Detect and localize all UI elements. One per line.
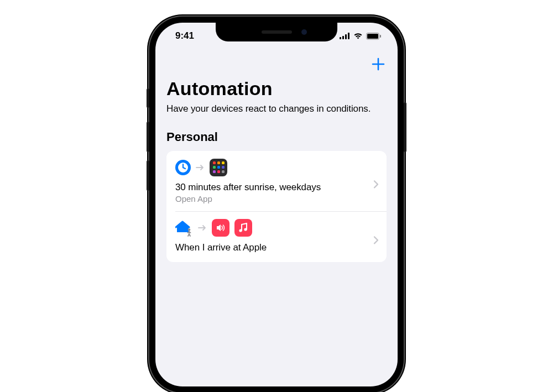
side-button-silent: [147, 88, 149, 108]
add-button[interactable]: [371, 57, 385, 74]
side-button-vol-up: [147, 122, 149, 152]
speaker-icon: [212, 219, 229, 237]
svg-point-10: [239, 229, 242, 232]
front-camera: [301, 29, 307, 35]
battery-icon: [366, 33, 381, 40]
automation-title: 30 minutes after sunrise, weekdays: [175, 182, 378, 193]
svg-rect-6: [380, 35, 381, 38]
phone-frame: 9:41: [149, 17, 404, 392]
arrow-icon: [198, 224, 207, 231]
section-header-personal: Personal: [166, 130, 387, 144]
side-button-power: [404, 102, 406, 152]
clock-icon: [175, 160, 191, 175]
chevron-right-icon: [373, 236, 379, 244]
automations-card: 30 minutes after sunrise, weekdays Open …: [166, 151, 387, 262]
home-arrive-icon: [175, 220, 193, 236]
svg-rect-1: [342, 36, 344, 39]
page-title: Automation: [166, 78, 387, 100]
plus-icon: [371, 57, 385, 71]
wifi-icon: [353, 33, 363, 39]
svg-rect-0: [340, 37, 341, 39]
app-grid-icon: [210, 159, 227, 176]
notch: [216, 23, 337, 41]
automation-icons: [175, 159, 378, 176]
main-content: Automation Have your devices react to ch…: [155, 23, 398, 386]
status-time: 9:41: [175, 30, 194, 41]
music-icon: [234, 219, 252, 237]
svg-rect-5: [367, 34, 378, 39]
page-subtitle: Have your devices react to changes in co…: [166, 103, 387, 116]
side-button-vol-down: [147, 160, 149, 191]
chevron-right-icon: [373, 180, 379, 189]
status-icons: [340, 33, 381, 40]
svg-point-11: [244, 228, 247, 231]
automation-icons: [175, 219, 378, 237]
automation-title: When I arrive at Apple: [175, 242, 378, 253]
arrow-icon: [196, 164, 205, 171]
cellular-icon: [340, 33, 350, 39]
automation-row-arrive[interactable]: When I arrive at Apple: [166, 211, 387, 262]
automation-row-sunrise[interactable]: 30 minutes after sunrise, weekdays Open …: [166, 151, 387, 211]
svg-rect-2: [345, 34, 347, 39]
automation-subtitle: Open App: [175, 194, 378, 203]
screen: 9:41: [155, 23, 398, 386]
svg-rect-3: [348, 33, 349, 39]
speaker-grille: [262, 30, 292, 34]
